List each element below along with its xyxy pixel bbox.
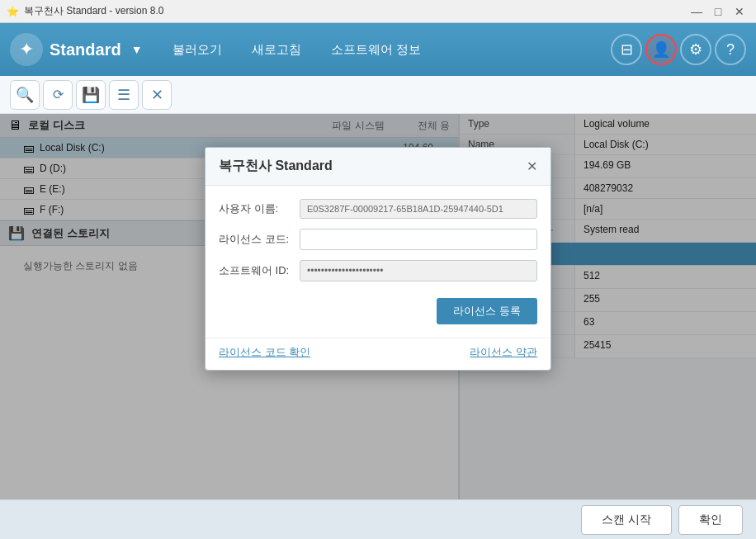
header-nav: 불러오기 새로고침 소프트웨어 정보 — [159, 37, 434, 63]
toolbar: 🔍 ⟳ 💾 ☰ ✕ — [0, 76, 756, 114]
titlebar: ⭐ 복구천사 Standard - version 8.0 — □ ✕ — [0, 0, 756, 23]
nav-software-info[interactable]: 소프트웨어 정보 — [318, 37, 434, 63]
logo-arrow-icon: ▼ — [131, 43, 143, 56]
save-icon: 💾 — [82, 86, 100, 104]
minimize-button[interactable]: — — [687, 3, 706, 20]
register-license-button[interactable]: 라이선스 등록 — [437, 298, 537, 324]
header-actions: ⊟ 👤 ⚙ ? — [611, 34, 746, 65]
monitor-button[interactable]: ⊟ — [611, 34, 642, 65]
save-button[interactable]: 💾 — [76, 80, 106, 110]
help-icon: ? — [726, 41, 735, 59]
help-button[interactable]: ? — [715, 34, 746, 65]
modal-header: 복구천사 Standard ✕ — [206, 148, 550, 186]
app-logo: ✦ Standard ▼ — [10, 33, 146, 66]
footer: 스캔 시작 확인 — [0, 499, 756, 539]
list-button[interactable]: ☰ — [109, 80, 139, 110]
license-modal: 복구천사 Standard ✕ 사용자 이름: 라이선스 코드: 소프트웨어 I… — [205, 147, 551, 371]
logo-icon: ✦ — [10, 33, 43, 66]
software-id-row: 소프트웨어 ID: — [219, 260, 537, 281]
scan-start-button[interactable]: 스캔 시작 — [581, 505, 672, 535]
license-row: 라이선스 코드: — [219, 229, 537, 250]
ok-button[interactable]: 확인 — [678, 505, 743, 535]
check-license-link[interactable]: 라이선스 코드 확인 — [219, 345, 310, 360]
software-id-label: 소프트웨어 ID: — [219, 263, 293, 278]
person-icon: 👤 — [652, 40, 670, 59]
gear-icon: ⚙ — [689, 40, 702, 59]
software-id-input[interactable] — [300, 260, 537, 281]
titlebar-controls: — □ ✕ — [687, 3, 749, 20]
titlebar-title: 복구천사 Standard - version 8.0 — [24, 4, 163, 18]
search-icon: 🔍 — [16, 86, 34, 104]
license-label: 라이선스 코드: — [219, 232, 293, 247]
cancel-icon: ✕ — [151, 86, 163, 104]
modal-overlay: 복구천사 Standard ✕ 사용자 이름: 라이선스 코드: 소프트웨어 I… — [0, 114, 756, 499]
username-label: 사용자 이름: — [219, 201, 293, 216]
username-row: 사용자 이름: — [219, 199, 537, 219]
logo-text: Standard — [50, 40, 121, 59]
main-area: 🖥 로컬 디스크 파일 시스템 전체 용 🖴 Local Disk (C:) 1… — [0, 114, 756, 499]
scan-icon: ⟳ — [53, 87, 64, 102]
profile-button[interactable]: 👤 — [645, 34, 677, 65]
register-btn-container: 라이선스 등록 — [219, 291, 537, 324]
license-terms-link[interactable]: 라이선스 약관 — [470, 345, 537, 360]
monitor-icon: ⊟ — [621, 40, 633, 59]
cancel-button[interactable]: ✕ — [142, 80, 172, 110]
scan-button[interactable]: ⟳ — [43, 80, 73, 110]
search-button[interactable]: 🔍 — [10, 80, 40, 110]
header: ✦ Standard ▼ 불러오기 새로고침 소프트웨어 정보 ⊟ 👤 ⚙ ? — [0, 23, 756, 76]
modal-close-button[interactable]: ✕ — [527, 158, 537, 174]
logo-star-icon: ✦ — [19, 39, 34, 60]
username-input[interactable] — [300, 199, 537, 219]
nav-load[interactable]: 불러오기 — [159, 37, 235, 63]
nav-refresh[interactable]: 새로고침 — [239, 37, 314, 63]
modal-body: 사용자 이름: 라이선스 코드: 소프트웨어 ID: 라이선스 등록 — [206, 186, 550, 338]
maximize-button[interactable]: □ — [708, 3, 728, 20]
license-input[interactable] — [300, 229, 537, 250]
modal-footer: 라이선스 코드 확인 라이선스 약관 — [206, 338, 550, 370]
modal-title: 복구천사 Standard — [219, 158, 333, 175]
settings-button[interactable]: ⚙ — [680, 34, 711, 65]
app-icon: ⭐ — [7, 6, 19, 17]
close-button[interactable]: ✕ — [730, 3, 749, 20]
list-icon: ☰ — [117, 86, 130, 104]
